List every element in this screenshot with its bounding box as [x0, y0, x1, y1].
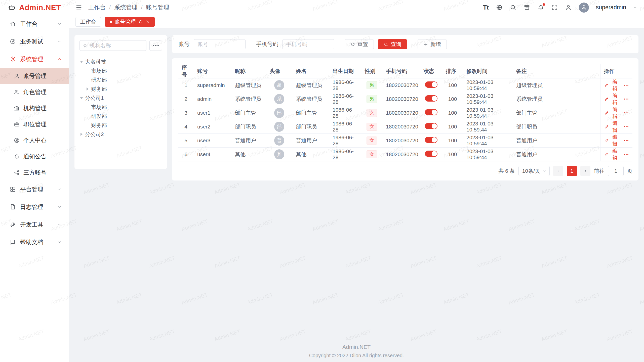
menu-collapse-icon[interactable]	[75, 4, 82, 11]
next-page-button[interactable]	[580, 166, 590, 176]
org-tree-panel: 大名科技市场部研发部财务部分公司1市场部研发部财务部分公司2	[74, 35, 167, 169]
more-actions-icon[interactable]	[623, 139, 629, 142]
notification-bell-icon[interactable]	[537, 4, 544, 11]
font-size-icon[interactable]: Tt	[483, 4, 489, 11]
status-toggle[interactable]	[425, 109, 437, 115]
more-actions-icon[interactable]	[623, 98, 629, 101]
page-number-button[interactable]: 1	[567, 166, 577, 176]
reset-button[interactable]: 重置	[345, 39, 374, 49]
search-button-label: 查询	[391, 41, 401, 48]
sidebar-subitem-role-management[interactable]: 角色管理	[0, 84, 69, 100]
close-icon[interactable]	[145, 20, 150, 24]
col-header-avatar: 头像	[266, 64, 292, 78]
tree-node[interactable]: 市场部	[79, 103, 162, 112]
status-toggle[interactable]	[425, 123, 437, 129]
more-actions-icon[interactable]	[623, 111, 629, 114]
cell-nickname: 系统管理员	[231, 92, 266, 106]
refresh-icon[interactable]	[138, 20, 143, 24]
globe-icon[interactable]	[496, 4, 503, 11]
query-bar: 账号 手机号码 重置 查询	[172, 35, 638, 53]
tree-node[interactable]: 研发部	[79, 75, 162, 84]
edit-button-label: 编辑	[610, 106, 620, 120]
sidebar-item-dev-tools[interactable]: 开发工具	[0, 216, 69, 233]
sidebar-subitem-account-management[interactable]: 账号管理	[0, 68, 69, 84]
component-icon[interactable]	[524, 4, 530, 11]
org-more-button[interactable]	[149, 40, 162, 51]
more-actions-icon[interactable]	[623, 84, 629, 87]
cell-remark: 超级管理员	[513, 78, 600, 92]
sidebar-item-business-test[interactable]: 业务测试	[0, 33, 69, 50]
account-input[interactable]	[194, 39, 246, 49]
sidebar: Admin.NET 工作台业务测试系统管理账号管理角色管理机构管理职位管理个人中…	[0, 0, 69, 362]
cell-birth: 1986-06-28	[329, 134, 361, 148]
chevron-down-icon	[633, 5, 637, 10]
edit-button[interactable]: 编辑	[604, 148, 620, 161]
col-header-phone: 手机号码	[382, 64, 420, 78]
sidebar-subitem-profile-center[interactable]: 个人中心	[0, 132, 69, 148]
chevron-down-icon	[57, 205, 62, 209]
breadcrumb-item[interactable]: 工作台	[88, 4, 106, 11]
edit-button[interactable]: 编辑	[604, 106, 620, 120]
chevron-down-icon	[57, 187, 62, 192]
sidebar-item-log-management[interactable]: 日志管理	[0, 198, 69, 216]
search-icon[interactable]	[510, 4, 516, 11]
sidebar-item-platform-management[interactable]: 平台管理	[0, 180, 69, 198]
page-size-select[interactable]: 10条/页	[518, 166, 550, 176]
tree-node[interactable]: 财务部	[79, 121, 162, 130]
tree-node[interactable]: 分公司2	[79, 130, 162, 139]
edit-icon	[604, 97, 609, 102]
tree-node[interactable]: 市场部	[79, 66, 162, 75]
tree-node[interactable]: 大名科技	[79, 57, 162, 66]
tags-bar: 工作台账号管理	[69, 15, 644, 29]
phone-input[interactable]	[282, 39, 334, 49]
brand-logo: Admin.NET	[0, 0, 69, 15]
sidebar-subitem-notice[interactable]: 通知公告	[0, 148, 69, 164]
fullscreen-icon[interactable]	[551, 4, 558, 11]
tab-label: 工作台	[80, 18, 96, 25]
sidebar-subitem-third-party-account[interactable]: 三方账号	[0, 164, 69, 180]
prev-page-button[interactable]	[553, 166, 563, 176]
tree-node[interactable]: 财务部	[79, 84, 162, 94]
avatar[interactable]	[579, 3, 589, 13]
cell-account: user4	[194, 148, 231, 161]
search-button[interactable]: 查询	[378, 39, 407, 49]
tree-caret-icon	[80, 61, 83, 63]
sidebar-item-workbench[interactable]: 工作台	[0, 15, 69, 33]
tree-node[interactable]: 研发部	[79, 112, 162, 121]
add-button[interactable]: 新增	[418, 39, 447, 49]
more-actions-icon[interactable]	[623, 125, 629, 128]
cell-gender: 女	[361, 148, 382, 161]
cell-nickname: 部门职员	[231, 120, 266, 134]
status-toggle[interactable]	[425, 137, 437, 143]
username[interactable]: superadmin	[596, 4, 626, 11]
more-actions-icon[interactable]	[623, 153, 629, 156]
cell-order: 100	[442, 92, 463, 106]
user-icon[interactable]	[565, 4, 572, 11]
status-toggle[interactable]	[425, 95, 437, 102]
sidebar-item-help-docs[interactable]: 帮助文档	[0, 233, 69, 251]
status-toggle[interactable]	[425, 151, 437, 157]
sidebar-subitem-org-management[interactable]: 机构管理	[0, 100, 69, 116]
org-search-input[interactable]	[90, 42, 143, 49]
edit-button[interactable]: 编辑	[604, 120, 620, 133]
tab-workbench[interactable]: 工作台	[75, 17, 101, 27]
tree-node[interactable]: 分公司1	[79, 94, 162, 103]
notification-badge	[543, 3, 545, 6]
page-unit-label: 页	[627, 167, 632, 174]
goto-page-input[interactable]	[608, 166, 624, 176]
chevron-right-icon	[583, 169, 587, 173]
breadcrumb-item[interactable]: 系统管理	[114, 4, 137, 11]
tree-node-label: 研发部	[91, 76, 107, 83]
sidebar-item-system-management[interactable]: 系统管理	[0, 50, 69, 68]
edit-button[interactable]: 编辑	[604, 134, 620, 147]
cell-account: user3	[194, 134, 231, 148]
topbar: 工作台/系统管理/账号管理 Tt	[69, 0, 644, 15]
tree-node-label: 大名科技	[85, 58, 106, 65]
tab-account-management[interactable]: 账号管理	[105, 17, 155, 27]
status-toggle[interactable]	[425, 81, 437, 88]
cell-gender: 男	[361, 92, 382, 106]
sidebar-subitem-position-management[interactable]: 职位管理	[0, 116, 69, 132]
edit-button[interactable]: 编辑	[604, 78, 620, 92]
cell-phone: 18020030720	[382, 120, 420, 134]
edit-button[interactable]: 编辑	[604, 92, 620, 106]
